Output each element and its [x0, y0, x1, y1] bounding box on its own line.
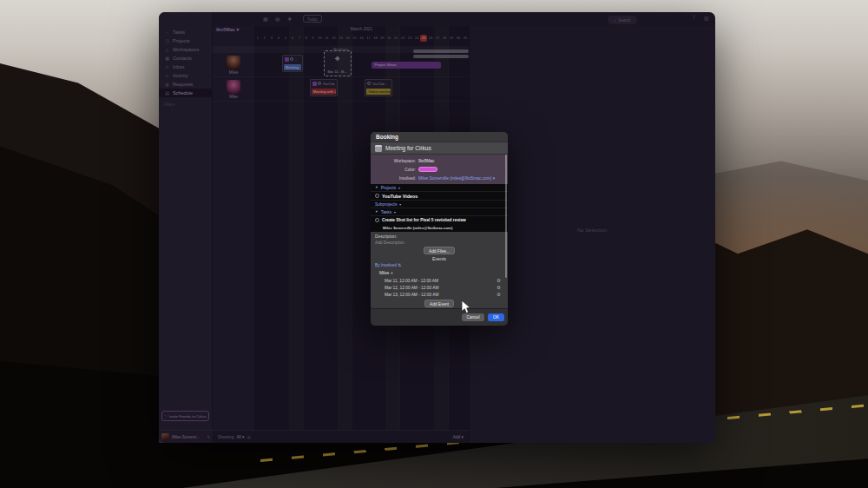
sidebar-item-activity[interactable]: ∿Activity [159, 71, 212, 80]
day-5[interactable]: 5 [282, 35, 289, 42]
day-9[interactable]: 9 [310, 35, 317, 42]
day-15[interactable]: 15 [352, 35, 358, 42]
sidebar-item-workspaces[interactable]: △Workspaces [159, 45, 212, 54]
dialog-scrollbar[interactable] [505, 155, 508, 278]
description-placeholder[interactable]: Add Description [375, 241, 404, 245]
sidebar-item-schedule[interactable]: ▤Schedule [159, 89, 212, 97]
day-6[interactable]: 6 [289, 35, 296, 42]
day-20[interactable]: 20 [385, 35, 392, 42]
involved-dropdown[interactable]: Miles Somerville (miles@9to5mac.com) ▾ [418, 176, 495, 181]
day-27[interactable]: 27 [434, 35, 441, 42]
task-item[interactable]: Create Shot list for Pixel 5 revisited r… [371, 216, 508, 224]
workspace-switcher[interactable]: 9to5Mac ▾ [216, 27, 239, 32]
day-13[interactable]: 13 [338, 35, 345, 42]
checkbox-icon[interactable] [367, 82, 371, 85]
event-card-title: YouTub... [372, 82, 387, 86]
day-11[interactable]: 11 [324, 35, 331, 42]
day-30[interactable]: 30 [455, 35, 462, 42]
day-18[interactable]: 18 [372, 35, 378, 42]
sidebar-item-tasks[interactable]: ○Tasks [159, 28, 212, 36]
description-label: Description: [375, 234, 397, 239]
view-grid-icon[interactable]: ▦ [263, 15, 268, 23]
event-card[interactable]: –Meeting [282, 55, 303, 72]
profile-row[interactable]: Miles Somervi... ✎ [159, 430, 213, 443]
event-bar[interactable]: Project Shoot [372, 62, 441, 69]
share-icon[interactable]: ⤴ [693, 15, 695, 20]
checkbox-icon[interactable] [375, 194, 379, 198]
day-17[interactable]: 17 [365, 35, 372, 42]
showing-filter-value: All [236, 435, 240, 439]
day-7[interactable]: 7 [296, 35, 303, 42]
sidebar-item-projects[interactable]: ◳Projects [159, 36, 212, 45]
projects-header[interactable]: ▼ Projects ▾ [371, 184, 508, 192]
day-24[interactable]: 24 [413, 35, 420, 42]
event-card-label: Video meeting [366, 89, 391, 95]
tasks-header-label: Tasks [381, 210, 391, 214]
event-card[interactable]: YouTub...Video meeting [365, 79, 392, 96]
edit-profile-icon[interactable]: ✎ [207, 435, 210, 439]
day-29[interactable]: 29 [448, 35, 455, 42]
sidebar-item-inbox[interactable]: ◇Inbox [159, 63, 212, 71]
event-card-icons: YouTub... [365, 80, 391, 87]
chevron-down-icon: ▾ [493, 176, 495, 181]
gear-icon[interactable]: ⚙ [496, 278, 501, 283]
day-25[interactable]: 25 [420, 35, 427, 42]
avatar [161, 433, 169, 441]
tentative-event-bar [413, 55, 469, 58]
day-23[interactable]: 23 [406, 35, 413, 42]
gear-icon[interactable]: ⚙ [496, 285, 501, 290]
subprojects-header[interactable]: Subprojects ▾ [371, 201, 508, 208]
event-row[interactable]: Mar 13, 12:00 AM - 12:00 AM⚙ [371, 291, 508, 298]
events-section: Description: Add Description Add Files..… [371, 232, 508, 308]
invite-friends-button[interactable]: ♡ Invite Friends to Cirkus [161, 411, 209, 421]
task-assignee-label: Miles Somerville (miles@9to5mac.com) [383, 226, 452, 230]
color-swatch[interactable] [418, 167, 437, 172]
events-group-header[interactable]: Miles ▼ [379, 271, 393, 275]
sort-by-involved-button[interactable]: By Involved ⇅ [375, 263, 401, 267]
filter-circle-icon[interactable]: ◎ [247, 435, 251, 439]
view-list-icon[interactable]: ▤ [275, 15, 280, 23]
add-dropdown[interactable]: Add ▾ [453, 435, 464, 439]
day-19[interactable]: 19 [378, 35, 385, 42]
event-card[interactable]: YouTub...Meeting with Jordan [310, 79, 338, 96]
event-row[interactable]: Mar 11, 12:00 AM - 12:00 AM⚙ [371, 277, 508, 284]
ok-button[interactable]: OK [488, 313, 504, 321]
gear-icon[interactable]: ⚙ [496, 292, 501, 297]
showing-filter-dropdown[interactable]: All ▾ [236, 435, 244, 439]
invite-friends-label: Invite Friends to Cirkus [169, 414, 207, 419]
project-item-youtube-videos[interactable]: YouTube Videos [371, 192, 508, 201]
today-button[interactable]: Today [303, 15, 322, 23]
checkbox-icon[interactable] [375, 218, 379, 222]
event-row[interactable]: Mar 12, 12:00 AM - 12:00 AM⚙ [371, 284, 508, 291]
day-3[interactable]: 3 [268, 35, 275, 42]
day-31[interactable]: 31 [462, 35, 469, 42]
tasks-header[interactable]: ▼ Tasks ▾ [371, 208, 508, 216]
drag-selection-box[interactable]: ✥Mar 11 - M... [324, 50, 352, 76]
day-21[interactable]: 21 [392, 35, 399, 42]
day-14[interactable]: 14 [345, 35, 352, 42]
member-avatar[interactable] [227, 56, 240, 69]
checkbox-icon[interactable] [318, 82, 321, 85]
sidebar-item-requests[interactable]: ◍Requests [159, 80, 212, 89]
day-2[interactable]: 2 [261, 35, 268, 42]
day-4[interactable]: 4 [275, 35, 282, 42]
day-10[interactable]: 10 [317, 35, 324, 42]
add-icon[interactable]: ✚ [287, 15, 292, 23]
booking-dialog: Booking Meeting for Cirkus Workspace: 9t… [371, 132, 508, 326]
sidebar-item-contacts[interactable]: ▦Contacts [159, 54, 212, 63]
add-event-button[interactable]: Add Event [424, 300, 454, 307]
day-12[interactable]: 12 [331, 35, 338, 42]
search-input[interactable]: ⌕ Search [608, 16, 637, 24]
member-avatar[interactable] [227, 80, 240, 94]
day-28[interactable]: 28 [441, 35, 448, 42]
day-8[interactable]: 8 [303, 35, 310, 42]
member-name: Mike [213, 95, 254, 99]
day-16[interactable]: 16 [358, 35, 365, 42]
filters-label: Filters [164, 102, 174, 107]
day-1[interactable]: 1 [254, 35, 261, 42]
add-files-button[interactable]: Add Files... [424, 247, 455, 254]
checkbox-icon[interactable] [290, 57, 293, 61]
day-26[interactable]: 26 [427, 35, 434, 42]
sidebar-toggle-icon[interactable]: ▥ [704, 15, 709, 21]
day-22[interactable]: 22 [399, 35, 406, 42]
